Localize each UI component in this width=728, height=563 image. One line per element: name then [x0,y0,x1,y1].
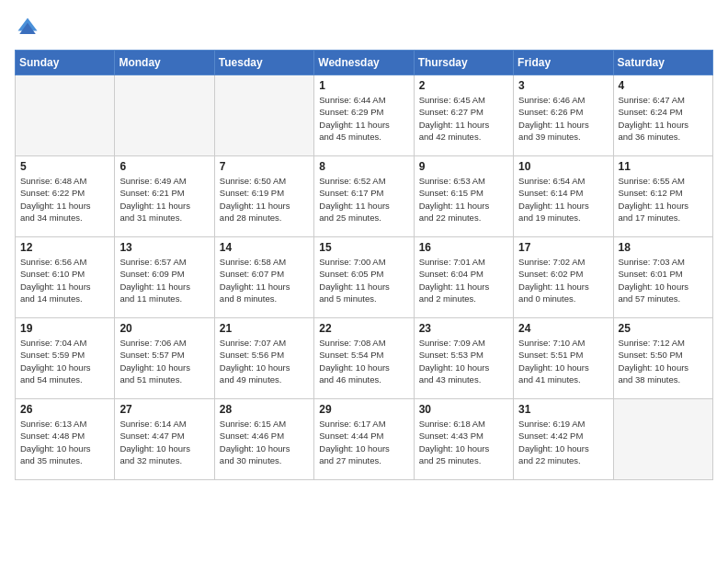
day-number: 4 [619,79,708,92]
day-number: 8 [319,160,408,173]
day-info: Sunrise: 7:07 AMSunset: 5:56 PMDaylight:… [220,337,309,385]
day-info: Sunrise: 7:10 AMSunset: 5:51 PMDaylight:… [518,337,608,385]
day-info: Sunrise: 6:54 AMSunset: 6:14 PMDaylight:… [518,175,608,224]
day-number: 9 [419,160,508,173]
calendar-cell: 30Sunrise: 6:18 AMSunset: 4:43 PMDayligh… [414,399,513,480]
page-header [15,15,713,40]
day-number: 10 [518,160,608,173]
day-number: 11 [619,160,708,173]
day-number: 24 [518,322,608,335]
day-number: 12 [20,241,109,254]
day-number: 23 [419,322,508,335]
logo [15,15,44,40]
calendar-cell [214,75,313,156]
calendar-cell [16,75,115,156]
day-number: 14 [220,241,309,254]
calendar-cell: 5Sunrise: 6:48 AMSunset: 6:22 PMDaylight… [16,156,115,237]
day-info: Sunrise: 6:50 AMSunset: 6:19 PMDaylight:… [220,175,309,224]
day-info: Sunrise: 7:00 AMSunset: 6:05 PMDaylight:… [319,256,408,304]
calendar-cell: 12Sunrise: 6:56 AMSunset: 6:10 PMDayligh… [16,237,115,318]
calendar-cell: 16Sunrise: 7:01 AMSunset: 6:04 PMDayligh… [414,237,513,318]
day-info: Sunrise: 6:45 AMSunset: 6:27 PMDaylight:… [419,94,508,143]
column-header-wednesday: Wednesday [314,51,414,75]
day-info: Sunrise: 7:01 AMSunset: 6:04 PMDaylight:… [419,256,508,304]
calendar-cell: 19Sunrise: 7:04 AMSunset: 5:59 PMDayligh… [16,318,115,399]
column-header-tuesday: Tuesday [214,51,313,75]
day-number: 2 [419,79,508,92]
day-info: Sunrise: 6:53 AMSunset: 6:15 PMDaylight:… [419,175,508,224]
day-info: Sunrise: 7:02 AMSunset: 6:02 PMDaylight:… [518,256,608,304]
calendar-week-row-3: 12Sunrise: 6:56 AMSunset: 6:10 PMDayligh… [16,237,713,318]
calendar-header-row: SundayMondayTuesdayWednesdayThursdayFrid… [16,51,713,75]
day-number: 31 [518,403,608,416]
day-info: Sunrise: 6:52 AMSunset: 6:17 PMDaylight:… [319,175,408,224]
calendar-week-row-4: 19Sunrise: 7:04 AMSunset: 5:59 PMDayligh… [16,318,713,399]
column-header-monday: Monday [115,51,214,75]
day-number: 3 [518,79,608,92]
calendar-cell: 7Sunrise: 6:50 AMSunset: 6:19 PMDaylight… [214,156,313,237]
day-info: Sunrise: 6:15 AMSunset: 4:46 PMDaylight:… [220,418,309,466]
calendar-cell: 6Sunrise: 6:49 AMSunset: 6:21 PMDaylight… [115,156,214,237]
day-info: Sunrise: 7:06 AMSunset: 5:57 PMDaylight:… [119,337,209,385]
day-info: Sunrise: 6:57 AMSunset: 6:09 PMDaylight:… [119,256,209,304]
day-number: 26 [20,403,109,416]
day-number: 22 [319,322,408,335]
day-number: 27 [119,403,209,416]
day-info: Sunrise: 6:56 AMSunset: 6:10 PMDaylight:… [20,256,109,304]
day-number: 25 [619,322,708,335]
day-info: Sunrise: 6:18 AMSunset: 4:43 PMDaylight:… [419,418,508,466]
calendar-cell: 13Sunrise: 6:57 AMSunset: 6:09 PMDayligh… [115,237,214,318]
day-info: Sunrise: 7:09 AMSunset: 5:53 PMDaylight:… [419,337,508,385]
day-info: Sunrise: 6:17 AMSunset: 4:44 PMDaylight:… [319,418,408,466]
day-info: Sunrise: 6:48 AMSunset: 6:22 PMDaylight:… [20,175,109,224]
day-info: Sunrise: 6:13 AMSunset: 4:48 PMDaylight:… [20,418,109,466]
calendar-cell: 29Sunrise: 6:17 AMSunset: 4:44 PMDayligh… [314,399,414,480]
day-number: 28 [220,403,309,416]
day-number: 16 [419,241,508,254]
day-info: Sunrise: 7:12 AMSunset: 5:50 PMDaylight:… [619,337,708,385]
calendar-cell: 17Sunrise: 7:02 AMSunset: 6:02 PMDayligh… [514,237,613,318]
calendar-cell: 28Sunrise: 6:15 AMSunset: 4:46 PMDayligh… [214,399,313,480]
calendar-cell: 1Sunrise: 6:44 AMSunset: 6:29 PMDaylight… [314,75,414,156]
logo-icon [15,15,40,40]
day-number: 1 [319,79,408,92]
column-header-saturday: Saturday [613,51,712,75]
day-info: Sunrise: 7:04 AMSunset: 5:59 PMDaylight:… [20,337,109,385]
day-info: Sunrise: 7:08 AMSunset: 5:54 PMDaylight:… [319,337,408,385]
day-info: Sunrise: 6:55 AMSunset: 6:12 PMDaylight:… [619,175,708,224]
calendar-cell: 26Sunrise: 6:13 AMSunset: 4:48 PMDayligh… [16,399,115,480]
calendar-table: SundayMondayTuesdayWednesdayThursdayFrid… [15,50,713,480]
day-number: 6 [119,160,209,173]
calendar-cell: 10Sunrise: 6:54 AMSunset: 6:14 PMDayligh… [514,156,613,237]
day-number: 18 [619,241,708,254]
calendar-week-row-5: 26Sunrise: 6:13 AMSunset: 4:48 PMDayligh… [16,399,713,480]
calendar-cell: 27Sunrise: 6:14 AMSunset: 4:47 PMDayligh… [115,399,214,480]
calendar-cell: 8Sunrise: 6:52 AMSunset: 6:17 PMDaylight… [314,156,414,237]
column-header-thursday: Thursday [414,51,513,75]
calendar-cell: 14Sunrise: 6:58 AMSunset: 6:07 PMDayligh… [214,237,313,318]
day-number: 13 [119,241,209,254]
calendar-cell: 11Sunrise: 6:55 AMSunset: 6:12 PMDayligh… [613,156,712,237]
calendar-cell: 23Sunrise: 7:09 AMSunset: 5:53 PMDayligh… [414,318,513,399]
day-number: 19 [20,322,109,335]
calendar-cell: 9Sunrise: 6:53 AMSunset: 6:15 PMDaylight… [414,156,513,237]
calendar-cell: 20Sunrise: 7:06 AMSunset: 5:57 PMDayligh… [115,318,214,399]
day-info: Sunrise: 7:03 AMSunset: 6:01 PMDaylight:… [619,256,708,304]
day-info: Sunrise: 6:44 AMSunset: 6:29 PMDaylight:… [319,94,408,143]
day-number: 21 [220,322,309,335]
calendar-week-row-2: 5Sunrise: 6:48 AMSunset: 6:22 PMDaylight… [16,156,713,237]
calendar-cell [115,75,214,156]
calendar-cell: 22Sunrise: 7:08 AMSunset: 5:54 PMDayligh… [314,318,414,399]
day-number: 5 [20,160,109,173]
calendar-cell: 2Sunrise: 6:45 AMSunset: 6:27 PMDaylight… [414,75,513,156]
day-info: Sunrise: 6:58 AMSunset: 6:07 PMDaylight:… [220,256,309,304]
column-header-friday: Friday [514,51,613,75]
calendar-cell: 18Sunrise: 7:03 AMSunset: 6:01 PMDayligh… [613,237,712,318]
day-number: 30 [419,403,508,416]
column-header-sunday: Sunday [16,51,115,75]
day-number: 17 [518,241,608,254]
day-number: 29 [319,403,408,416]
day-number: 7 [220,160,309,173]
day-info: Sunrise: 6:49 AMSunset: 6:21 PMDaylight:… [119,175,209,224]
day-info: Sunrise: 6:47 AMSunset: 6:24 PMDaylight:… [619,94,708,143]
